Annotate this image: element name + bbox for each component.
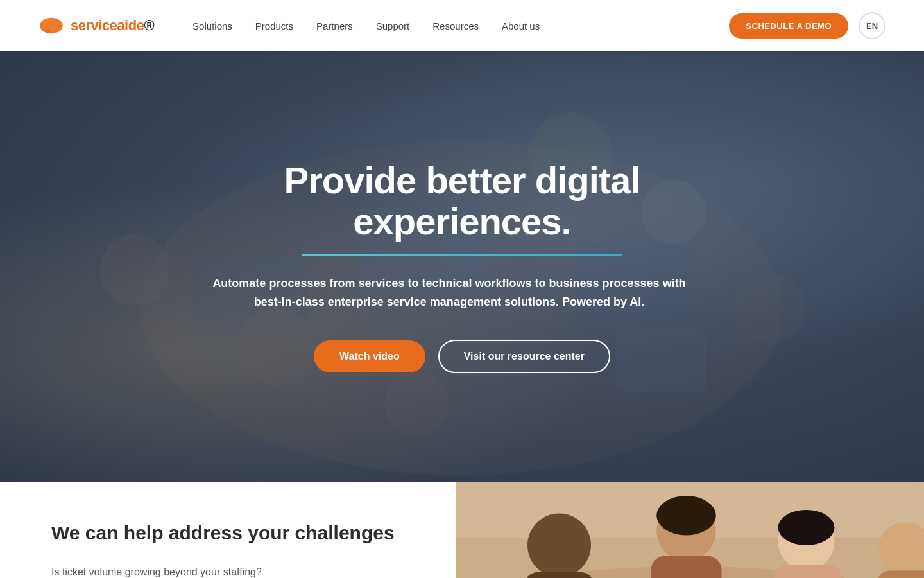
hero-content: Provide better digital experiences. Auto…	[173, 160, 751, 372]
svg-point-27	[656, 496, 715, 536]
logo[interactable]: serviceaide®	[38, 16, 154, 35]
lower-section: We can help address your challenges Is t…	[0, 482, 924, 578]
hero-section: Provide better digital experiences. Auto…	[0, 51, 924, 482]
watch-video-button[interactable]: Watch video	[314, 340, 425, 372]
logo-icon	[38, 16, 64, 35]
svg-point-8	[99, 234, 170, 305]
schedule-demo-button[interactable]: SCHEDULE A DEMO	[729, 13, 848, 39]
nav-resources[interactable]: Resources	[432, 21, 479, 31]
nav-products[interactable]: Products	[255, 21, 293, 31]
visit-resource-center-button[interactable]: Visit our resource center	[438, 340, 610, 373]
challenges-title: We can help address your challenges	[51, 520, 404, 545]
nav-right: SCHEDULE A DEMO EN	[729, 12, 886, 39]
svg-rect-18	[524, 572, 595, 578]
nav-about[interactable]: About us	[502, 21, 540, 31]
challenge-item-1: Is ticket volume growing beyond your sta…	[51, 565, 404, 578]
hero-underline-decoration	[302, 254, 622, 256]
svg-point-1	[42, 19, 60, 31]
hero-buttons: Watch video Visit our resource center	[199, 340, 725, 373]
nav-support[interactable]: Support	[376, 21, 410, 31]
people-photo-panel	[456, 482, 924, 578]
language-button[interactable]: EN	[859, 12, 886, 39]
navbar: serviceaide® Solutions Products Partners…	[0, 0, 924, 51]
nav-partners[interactable]: Partners	[316, 21, 353, 31]
hero-title: Provide better digital experiences.	[199, 160, 725, 242]
svg-point-28	[778, 510, 835, 545]
svg-point-17	[527, 514, 591, 577]
svg-rect-20	[651, 556, 722, 579]
hero-subtitle: Automate processes from services to tech…	[199, 274, 699, 311]
people-illustration	[456, 482, 924, 578]
nav-links: Solutions Products Partners Support Reso…	[193, 21, 729, 31]
challenges-panel: We can help address your challenges Is t…	[0, 482, 456, 578]
nav-solutions[interactable]: Solutions	[193, 21, 232, 31]
logo-text: serviceaide®	[71, 17, 154, 34]
svg-point-13	[385, 372, 449, 437]
svg-rect-22	[774, 565, 842, 578]
